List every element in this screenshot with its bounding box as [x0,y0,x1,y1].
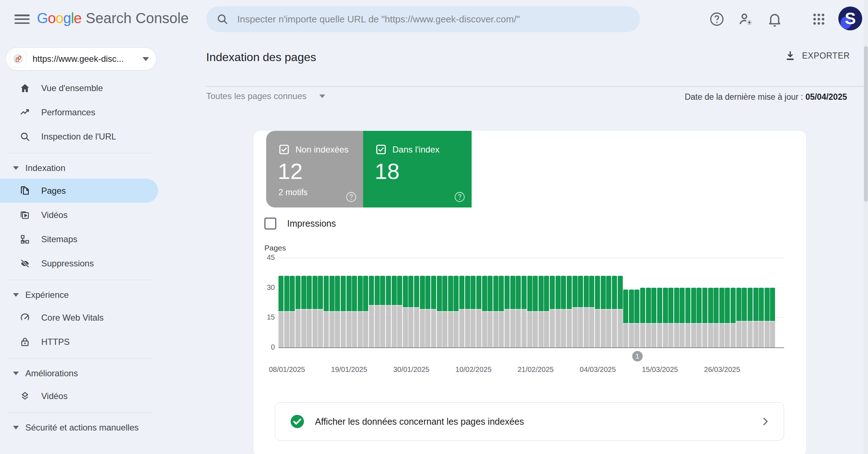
chart-bar[interactable] [702,258,707,347]
chart-bar[interactable] [369,258,374,347]
chart-bar[interactable] [476,258,481,347]
chart-bar[interactable] [318,258,323,347]
chart-bar[interactable] [657,258,662,347]
chart-bar[interactable] [471,258,476,347]
chart-bar[interactable] [623,258,628,347]
chart-bar[interactable] [753,258,758,347]
chart-bar[interactable] [454,258,459,347]
chart-bar[interactable] [437,258,442,347]
chart-bar[interactable] [533,258,538,347]
notifications-icon[interactable] [766,10,783,28]
chart-bar[interactable] [759,258,764,347]
chart-bar[interactable] [335,258,340,347]
chart-bar[interactable] [324,258,329,347]
chart-bar[interactable] [668,258,673,347]
sidebar-item-videos[interactable]: Vidéos [0,203,161,227]
chart-bar[interactable] [380,258,385,347]
chart-bar[interactable] [561,258,566,347]
chart-bar[interactable] [691,258,696,347]
chart-bar[interactable] [522,258,527,347]
chart-bar[interactable] [725,258,730,347]
search-input[interactable] [237,13,630,25]
scrollbar-thumb[interactable] [864,46,868,202]
sidebar-item-sitemaps[interactable]: Sitemaps [0,227,161,251]
chart-bar[interactable] [295,258,301,347]
sidebar-section-ameliorations[interactable]: Améliorations [0,363,161,384]
sidebar-item-videos[interactable]: Vidéos [0,384,161,408]
chart-bar[interactable] [284,258,289,347]
chart-bar[interactable] [544,258,549,347]
chart-bar[interactable] [301,258,306,347]
export-button[interactable]: EXPORTER [784,50,850,61]
chart-bar[interactable] [358,258,363,347]
chart-bar[interactable] [595,258,600,347]
chart-bar[interactable] [516,258,521,347]
chart-bar[interactable] [493,258,498,347]
manage-users-icon[interactable] [737,10,754,28]
chart-bar[interactable] [618,258,623,347]
page-filter-dropdown[interactable]: Toutes les pages connues [206,91,326,101]
chart-bar[interactable] [601,258,606,347]
view-indexed-data-link[interactable]: Afficher les données concernant les page… [275,402,784,441]
chart-bar[interactable] [556,258,561,347]
chart-bar[interactable] [765,258,770,347]
chart-bar[interactable] [414,258,419,347]
sidebar-section-experience[interactable]: Expérience [0,284,161,305]
chart-bar[interactable] [482,258,487,347]
account-avatar[interactable]: S [838,7,862,30]
sidebar-item-pages[interactable]: Pages [0,179,158,203]
chart-bar[interactable] [629,258,634,347]
chart-bar[interactable] [510,258,515,347]
chart-bar[interactable] [748,258,753,347]
chart-bar[interactable] [770,258,775,347]
chart-bar[interactable] [312,258,318,347]
chart-bar[interactable] [708,258,713,347]
sidebar-item-suppressions[interactable]: Suppressions [0,251,161,275]
chart-bar[interactable] [606,258,611,347]
sidebar-section-securite-et-actions-manuelles[interactable]: Sécurité et actions manuelles [0,417,161,438]
sidebar-item-vue-d-ensemble[interactable]: Vue d'ensemble [0,76,161,100]
chart-bar[interactable] [448,258,453,347]
chart-bar[interactable] [442,258,447,347]
sidebar-item-https[interactable]: HTTPS [0,330,161,354]
chart-bar[interactable] [431,258,436,347]
chart-bar[interactable] [278,258,284,347]
chart-bar[interactable] [719,258,724,347]
chart-bar[interactable] [612,258,617,347]
chart-bar[interactable] [578,258,583,347]
hamburger-menu-icon[interactable] [14,12,30,26]
chart-bar[interactable] [459,258,464,347]
chart-bar[interactable] [646,258,651,347]
url-inspect-searchbar[interactable] [206,6,640,32]
chart-bar[interactable] [386,258,391,347]
chart-bar[interactable] [352,258,357,347]
chart-bar[interactable] [550,258,555,347]
sidebar-section-indexation[interactable]: Indexation [0,158,161,179]
chart-bar[interactable] [685,258,690,347]
chart-bar[interactable] [539,258,544,347]
chart-bar[interactable] [499,258,504,347]
chart-bar[interactable] [420,258,425,347]
chart-bar[interactable] [363,258,368,347]
chart-bar[interactable] [674,258,679,347]
chart-bar[interactable] [392,258,397,347]
chart-bar[interactable] [567,258,572,347]
sidebar-item-core-web-vitals[interactable]: Core Web Vitals [0,305,161,330]
chart-bar[interactable] [307,258,312,347]
chart-bar[interactable] [680,258,685,347]
chart-bar[interactable] [731,258,736,347]
chart-bar[interactable] [527,258,532,347]
chart-bar[interactable] [736,258,741,347]
chart-bar[interactable] [346,258,352,347]
chart-bar[interactable] [397,258,402,347]
chart-bar[interactable] [290,258,295,347]
help-icon[interactable] [708,10,726,28]
chart-bar[interactable] [742,258,747,347]
chart-bar[interactable] [425,258,430,347]
scrollbar[interactable] [864,0,868,454]
chart-bar[interactable] [329,258,335,347]
chart-bar[interactable] [505,258,510,347]
chart-bar[interactable] [589,258,594,347]
chart-bar[interactable] [375,258,380,347]
chart-bar[interactable] [663,258,668,347]
